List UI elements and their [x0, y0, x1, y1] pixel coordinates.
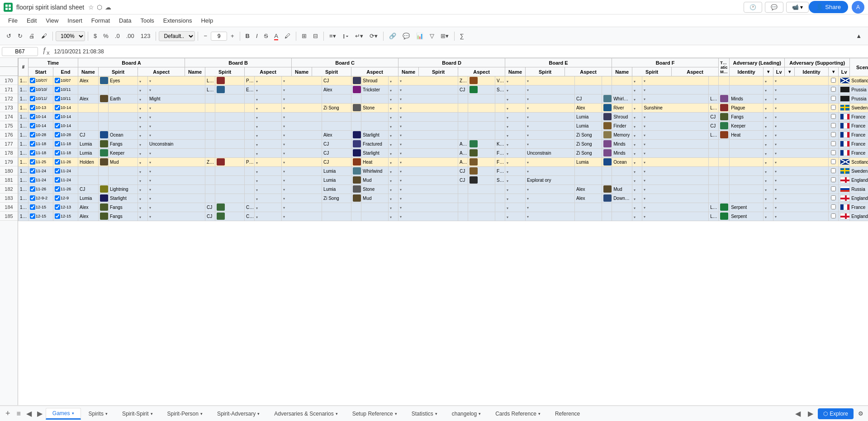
spirit-dropdown-cell[interactable]: ▾: [255, 131, 282, 140]
thematic-checkbox[interactable]: [831, 204, 836, 209]
thematic-checkbox[interactable]: [831, 186, 836, 191]
history-btn[interactable]: 🕐: [744, 2, 762, 13]
thematic-checkbox-cell[interactable]: [829, 167, 839, 176]
row-checkbox[interactable]: [30, 159, 35, 165]
spirit-dropdown-cell[interactable]: ▾: [389, 203, 398, 212]
spirit-dropdown-cell[interactable]: ▾: [632, 85, 642, 95]
thematic-checkbox-cell[interactable]: [829, 194, 839, 203]
thematic-checkbox[interactable]: [831, 78, 836, 83]
spirit-dropdown-cell[interactable]: ▾: [389, 122, 398, 131]
decimal-dec-btn[interactable]: .0: [112, 31, 123, 41]
menu-extensions[interactable]: Extensions: [159, 15, 197, 26]
font-size-inc-btn[interactable]: +: [228, 31, 237, 41]
spirit-dropdown-cell[interactable]: ▾: [764, 113, 773, 122]
spirit-dropdown-cell[interactable]: ▾: [255, 85, 282, 95]
spirit-dropdown-cell[interactable]: ▾: [138, 185, 148, 194]
spirit-dropdown-cell[interactable]: ▾: [255, 185, 282, 194]
align-btn[interactable]: ≡▾: [327, 31, 339, 41]
spirit-dropdown-cell[interactable]: ▾: [505, 149, 526, 158]
spirit-dropdown-cell[interactable]: ▾: [505, 113, 526, 122]
row-checkbox[interactable]: [30, 132, 35, 137]
explore-btn[interactable]: ⬡ Explore: [818, 408, 854, 419]
spirit-dropdown-cell[interactable]: ▾: [764, 104, 773, 113]
thematic-checkbox-cell[interactable]: [829, 158, 839, 167]
spirit-dropdown-cell[interactable]: ▾: [764, 149, 773, 158]
menu-file[interactable]: File: [4, 15, 22, 26]
chart-btn[interactable]: 📊: [413, 31, 426, 41]
spirit-dropdown-cell[interactable]: ▾: [138, 95, 148, 104]
spirit-dropdown-cell[interactable]: ▾: [764, 212, 773, 221]
function-btn[interactable]: ∑: [457, 31, 467, 41]
spirit-dropdown-cell[interactable]: ▾: [255, 140, 282, 149]
thematic-checkbox-cell[interactable]: [829, 140, 839, 149]
strike-btn[interactable]: S: [261, 31, 271, 41]
zoom-selector[interactable]: 100%: [56, 31, 85, 41]
valign-btn[interactable]: ⫿▾: [340, 31, 351, 41]
menu-data[interactable]: Data: [114, 15, 136, 26]
tab-dropdown-arrow[interactable]: ▾: [151, 412, 153, 416]
tab-dropdown-arrow[interactable]: ▾: [336, 412, 338, 416]
row-checkbox[interactable]: [30, 141, 35, 147]
spirit-dropdown-cell[interactable]: ▾: [764, 131, 773, 140]
spirit-dropdown-cell[interactable]: ▾: [138, 104, 148, 113]
spirit-dropdown-cell[interactable]: ▾: [138, 122, 148, 131]
row-checkbox[interactable]: [55, 204, 60, 210]
thematic-checkbox-cell[interactable]: [829, 104, 839, 113]
spirit-dropdown-cell[interactable]: ▾: [764, 95, 773, 104]
spirit-dropdown-cell[interactable]: ▾: [764, 85, 773, 95]
thematic-checkbox-cell[interactable]: [829, 85, 839, 95]
font-selector[interactable]: Default...: [159, 31, 195, 41]
tab-spirit-spirit[interactable]: Spirit-Spirit▾: [115, 408, 160, 419]
tab-dropdown-arrow[interactable]: ▾: [257, 412, 260, 416]
row-checkbox[interactable]: [55, 114, 60, 119]
spirit-dropdown-cell[interactable]: ▾: [255, 194, 282, 203]
undo-btn[interactable]: ↺: [4, 31, 14, 41]
tab-reference[interactable]: Reference: [548, 408, 587, 419]
spirit-dropdown-cell[interactable]: ▾: [255, 212, 282, 221]
row-checkbox[interactable]: [55, 168, 60, 174]
spirit-dropdown-cell[interactable]: ▾: [389, 185, 398, 194]
spirit-dropdown-cell[interactable]: ▾: [632, 167, 642, 176]
thematic-checkbox-cell[interactable]: [829, 113, 839, 122]
spirit-dropdown-cell[interactable]: ▾: [505, 158, 526, 167]
tab-dropdown-arrow[interactable]: ▾: [395, 412, 397, 416]
tab-games[interactable]: Games▾: [46, 408, 81, 420]
spirit-dropdown-cell[interactable]: ▾: [764, 176, 773, 185]
row-checkbox[interactable]: [30, 150, 35, 156]
meet-btn[interactable]: 📹 ▾: [786, 2, 809, 13]
thematic-checkbox[interactable]: [831, 132, 836, 137]
font-size-dec-btn[interactable]: −: [201, 31, 210, 41]
spirit-dropdown-cell[interactable]: ▾: [764, 167, 773, 176]
spirit-dropdown-cell[interactable]: ▾: [255, 158, 282, 167]
menu-insert[interactable]: Insert: [63, 15, 87, 26]
spirit-dropdown-cell[interactable]: ▾: [505, 122, 526, 131]
thematic-checkbox[interactable]: [831, 195, 836, 200]
thematic-checkbox[interactable]: [831, 105, 836, 110]
spirit-dropdown-cell[interactable]: ▾: [138, 203, 148, 212]
borders-btn[interactable]: ⊞: [299, 31, 309, 41]
merge-btn[interactable]: ⊟: [310, 31, 321, 41]
row-checkbox[interactable]: [55, 159, 60, 165]
spirit-dropdown-cell[interactable]: ▾: [138, 76, 148, 85]
thematic-checkbox-cell[interactable]: [829, 212, 839, 221]
redo-btn[interactable]: ↻: [15, 31, 25, 41]
spirit-dropdown-cell[interactable]: ▾: [505, 85, 526, 95]
thematic-checkbox-cell[interactable]: [829, 76, 839, 85]
spirit-dropdown-cell[interactable]: ▾: [505, 104, 526, 113]
spirit-dropdown-cell[interactable]: ▾: [632, 104, 642, 113]
spirit-dropdown-cell[interactable]: ▾: [389, 76, 398, 85]
menu-format[interactable]: Format: [87, 15, 114, 26]
rotate-btn[interactable]: ⟳▾: [367, 31, 380, 41]
spirit-dropdown-cell[interactable]: ▾: [764, 194, 773, 203]
spirit-dropdown-cell[interactable]: ▾: [505, 95, 526, 104]
highlight-btn[interactable]: 🖊: [282, 31, 293, 41]
share-button[interactable]: 👤 Share: [809, 1, 848, 13]
row-checkbox[interactable]: [30, 96, 35, 101]
row-checkbox[interactable]: [30, 186, 35, 192]
row-checkbox[interactable]: [55, 123, 60, 128]
spirit-dropdown-cell[interactable]: ▾: [632, 149, 642, 158]
spirit-dropdown-cell[interactable]: ▾: [632, 194, 642, 203]
row-checkbox[interactable]: [55, 96, 60, 101]
row-checkbox[interactable]: [55, 150, 60, 156]
bold-btn[interactable]: B: [243, 31, 252, 41]
